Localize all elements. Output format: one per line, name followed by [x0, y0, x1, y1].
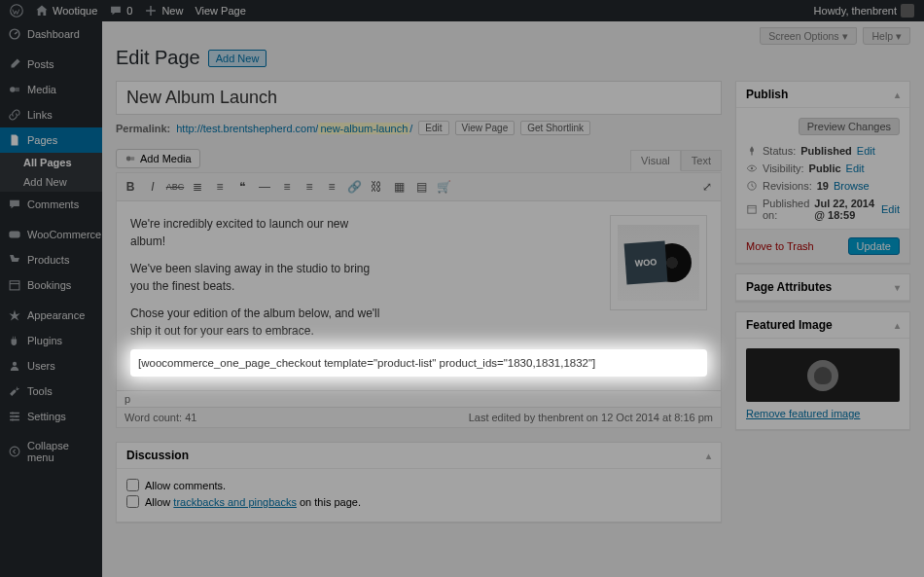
edit-visibility-link[interactable]: Edit [846, 162, 865, 174]
editor-paragraph: Chose your edition of the album below, a… [130, 305, 383, 340]
editor-text-tab[interactable]: Text [681, 150, 722, 171]
sidebar-sub-add-new[interactable]: Add New [0, 172, 102, 192]
post-title-input[interactable] [116, 81, 722, 115]
toolbar-more-icon[interactable]: ▦ [389, 177, 409, 197]
page-title: Edit Page [116, 47, 200, 69]
browse-revisions-link[interactable]: Browse [834, 180, 870, 192]
sidebar-sub-all-pages[interactable]: All Pages [0, 153, 102, 172]
sidebar-item-settings[interactable]: Settings [0, 404, 102, 429]
sidebar-item-comments[interactable]: Comments [0, 192, 102, 217]
editor-content[interactable]: WOO We're incredibly excited to launch o… [116, 200, 722, 391]
toolbar-ul-icon[interactable]: ≣ [188, 177, 207, 197]
sleeve-badge: WOO [624, 241, 668, 285]
toggle-icon[interactable]: ▴ [895, 320, 900, 331]
edit-date-link[interactable]: Edit [881, 203, 900, 215]
svg-point-7 [16, 415, 18, 417]
svg-point-8 [12, 418, 14, 420]
screen-options-button[interactable]: Screen Options ▾ [760, 27, 856, 45]
toolbar-unlink-icon[interactable]: ⛓ [367, 177, 386, 197]
sidebar-item-bookings[interactable]: Bookings [0, 272, 102, 298]
page-attributes-heading[interactable]: Page Attributes▾ [736, 274, 909, 301]
sidebar-item-tools[interactable]: Tools [0, 379, 102, 404]
wp-logo-icon[interactable] [10, 4, 23, 18]
allow-comments-checkbox[interactable] [126, 479, 139, 491]
sidebar-item-products[interactable]: Products [0, 247, 102, 272]
editor-visual-tab[interactable]: Visual [630, 150, 681, 171]
toolbar-strike-icon[interactable]: ABC [165, 177, 185, 197]
toolbar-align-left-icon[interactable]: ≡ [277, 177, 297, 197]
howdy-account[interactable]: Howdy, thenbrent [814, 4, 914, 18]
toolbar-align-right-icon[interactable]: ≡ [322, 177, 341, 197]
admin-sidebar: Dashboard Posts Media Links Pages All Pa… [0, 21, 102, 577]
site-name-link[interactable]: Wootique [35, 4, 97, 18]
toolbar-ol-icon[interactable]: ≡ [210, 177, 230, 197]
allow-comments-label: Allow comments. [145, 480, 226, 491]
add-media-button[interactable]: Add Media [116, 149, 200, 168]
remove-featured-image-link[interactable]: Remove featured image [746, 408, 860, 419]
comments-bubble[interactable]: 0 [109, 4, 132, 18]
permalink-shortlink-button[interactable]: Get Shortlink [520, 121, 590, 135]
featured-image-thumb[interactable] [746, 348, 900, 402]
svg-point-9 [10, 447, 19, 456]
visibility-icon [746, 162, 758, 174]
featured-image-heading[interactable]: Featured Image▴ [736, 312, 909, 339]
svg-rect-4 [10, 281, 19, 290]
permalink-edit-button[interactable]: Edit [418, 121, 448, 135]
publish-heading[interactable]: Publish▴ [736, 82, 909, 108]
sidebar-item-users[interactable]: Users [0, 353, 102, 379]
toolbar-link-icon[interactable]: 🔗 [344, 177, 364, 197]
discussion-heading[interactable]: Discussion▴ [117, 443, 721, 469]
toolbar-italic-icon[interactable]: I [143, 177, 162, 197]
toolbar-fullscreen-icon[interactable]: ⤢ [697, 177, 717, 197]
pin-icon [746, 145, 758, 157]
svg-point-10 [126, 157, 131, 162]
edit-status-link[interactable]: Edit [857, 145, 875, 157]
toggle-icon[interactable]: ▴ [706, 451, 711, 461]
allow-trackbacks-checkbox[interactable] [126, 495, 139, 508]
toggle-icon[interactable]: ▾ [895, 282, 900, 293]
calendar-icon [746, 203, 758, 215]
svg-point-5 [13, 362, 17, 366]
new-content-link[interactable]: New [144, 4, 183, 18]
toggle-icon[interactable]: ▴ [895, 90, 900, 100]
toolbar-align-center-icon[interactable]: ≡ [300, 177, 319, 197]
trackbacks-link[interactable]: trackbacks and pingbacks [173, 496, 297, 508]
editor-path: p [116, 391, 722, 408]
sidebar-item-links[interactable]: Links [0, 102, 102, 127]
toolbar-toggle-icon[interactable]: ▤ [411, 177, 431, 197]
toolbar-cart-icon[interactable]: 🛒 [434, 177, 453, 197]
editor-paragraph: We've been slaving away in the studio to… [130, 260, 383, 295]
svg-point-2 [10, 87, 16, 92]
main-content: Screen Options ▾ Help ▾ Edit Page Add Ne… [102, 21, 924, 577]
sidebar-item-dashboard[interactable]: Dashboard [0, 21, 102, 47]
album-image[interactable]: WOO [610, 215, 707, 310]
admin-bar: Wootique 0 New View Page Howdy, thenbren… [0, 0, 924, 21]
sidebar-item-media[interactable]: Media [0, 77, 102, 102]
permalink-view-button[interactable]: View Page [455, 121, 515, 135]
toolbar-quote-icon[interactable]: ❝ [232, 177, 252, 197]
toolbar-hr-icon[interactable]: ― [255, 177, 274, 197]
svg-point-6 [12, 412, 14, 414]
avatar [901, 4, 914, 18]
update-button[interactable]: Update [848, 237, 900, 255]
svg-point-12 [751, 167, 753, 169]
sidebar-item-woocommerce[interactable]: WooCommerce [0, 222, 102, 247]
view-page-link[interactable]: View Page [195, 5, 245, 17]
word-count: Word count: 41 [124, 412, 196, 423]
svg-rect-11 [131, 157, 135, 161]
sidebar-item-appearance[interactable]: Appearance [0, 303, 102, 328]
add-new-button[interactable]: Add New [208, 50, 267, 67]
move-to-trash-link[interactable]: Move to Trash [746, 240, 814, 252]
preview-changes-button[interactable]: Preview Changes [799, 118, 900, 135]
editor-toolbar: B I ABC ≣ ≡ ❝ ― ≡ ≡ ≡ 🔗 ⛓ ▦ ▤ 🛒 ⤢ [116, 172, 722, 200]
toolbar-bold-icon[interactable]: B [121, 177, 140, 197]
help-button[interactable]: Help ▾ [863, 27, 910, 45]
svg-point-0 [11, 5, 23, 18]
sidebar-collapse[interactable]: Collapse menu [0, 434, 102, 469]
permalink-link[interactable]: http://test.brentshepherd.com/new-album-… [176, 123, 412, 134]
sidebar-item-posts[interactable]: Posts [0, 52, 102, 77]
sidebar-item-plugins[interactable]: Plugins [0, 328, 102, 353]
last-edited: Last edited by thenbrent on 12 Oct 2014 … [469, 412, 713, 423]
editor-paragraph: We're incredibly excited to launch our n… [130, 215, 383, 250]
sidebar-item-pages[interactable]: Pages [0, 127, 102, 153]
